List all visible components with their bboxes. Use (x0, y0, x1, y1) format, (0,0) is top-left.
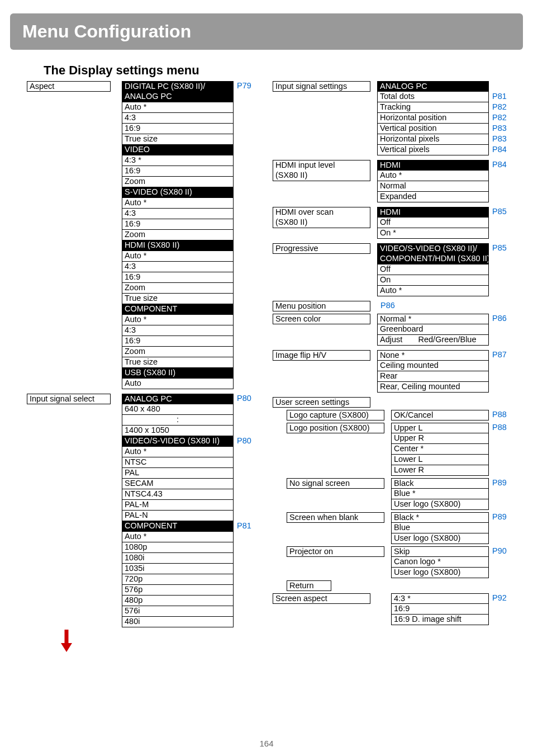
menu-position-page: P86 (377, 301, 395, 311)
aspect-item: True size (122, 134, 234, 145)
progressive-header2: COMPONENT/HDMI (SX80 II) (377, 254, 489, 264)
aspect-item: Auto * (122, 251, 234, 262)
aspect-item: 16:9 (122, 336, 234, 347)
hdmi-os-item: On * (377, 228, 489, 239)
logo-position-item: Lower R (391, 465, 489, 476)
iss-item: PAL (122, 468, 234, 479)
hdmi-input-level-label: HDMI input level (273, 160, 370, 171)
iss-item: 576i (122, 606, 234, 617)
hdmi-il-item: Auto * (377, 171, 489, 181)
progressive-page: P85 (489, 243, 511, 254)
aspect-item: 16:9 (122, 272, 234, 283)
logo-position-item: Center * (391, 444, 489, 455)
page-number: 164 (0, 739, 533, 748)
screen-aspect-item: 16:9 D. image shift (391, 615, 489, 625)
logo-capture-label: Logo capture (SX800) (287, 410, 384, 420)
aspect-item: Auto * (122, 198, 234, 209)
aspect-page: P79 (234, 81, 256, 92)
aspect-group1-header: VIDEO (122, 145, 234, 155)
aspect-item: Zoom (122, 347, 234, 357)
aspect-item: Zoom (122, 283, 234, 294)
when-blank-label: Screen when blank (287, 512, 384, 523)
iss-page2: P81 (234, 521, 256, 532)
iss-apc-item: Horizontal pixels (377, 134, 489, 145)
aspect-item: True size (122, 357, 234, 368)
iss-page1: P80 (234, 436, 256, 447)
when-blank-item: User logo (SX800) (391, 533, 489, 544)
iss-item: : (122, 415, 234, 426)
hdmi-il-item: Expanded (377, 192, 489, 202)
aspect-item: Auto * (122, 315, 234, 325)
aspect-group0-header: DIGITAL PC (SX80 II)/ (122, 81, 234, 92)
iss-apc-page: P84 (489, 145, 511, 155)
hdmi-os-page: P85 (489, 207, 511, 218)
image-flip-item: None * (377, 350, 489, 361)
image-flip-item: Rear (377, 371, 489, 382)
screen-color-adjust-label: Adjust (380, 335, 402, 344)
aspect-group2-header: S-VIDEO (SX80 II) (122, 187, 234, 198)
iss-item: Auto * (122, 447, 234, 457)
logo-capture-value: OK/Cancel (391, 410, 489, 420)
iss-item: SECAM (122, 479, 234, 489)
iss-group1-header: VIDEO/S-VIDEO (SX80 II) (122, 436, 234, 447)
aspect-item: Zoom (122, 177, 234, 187)
hdmi-os-item: Off (377, 218, 489, 228)
svg-marker-1 (61, 643, 72, 652)
when-blank-item: Blue (391, 523, 489, 533)
projector-on-item: Canon logo * (391, 557, 489, 568)
progressive-header: VIDEO/S-VIDEO (SX80 II)/ (377, 243, 489, 254)
return-label: Return (287, 580, 331, 591)
hdmi-input-level-sublabel: (SX80 II) (273, 171, 370, 181)
progressive-item: Off (377, 264, 489, 275)
iss-apc-item: Horizontal position (377, 113, 489, 124)
menu-position-label: Menu position (273, 301, 370, 311)
iss-item: 1080i (122, 553, 234, 564)
screen-color-label: Screen color (273, 314, 370, 324)
aspect-group3-header: HDMI (SX80 II) (122, 240, 234, 251)
iss-group2-header: COMPONENT (122, 521, 234, 532)
aspect-label: Aspect (27, 81, 111, 92)
when-blank-page: P89 (489, 512, 511, 523)
iss-apc-page: P81 (489, 92, 511, 102)
logo-capture-page: P88 (489, 410, 511, 420)
page-header: Menu Configuration (10, 13, 523, 50)
hdmi-il-header: HDMI (377, 160, 489, 171)
aspect-item: 4:3 (122, 113, 234, 124)
screen-color-item: Greenboard (377, 324, 489, 335)
iss-item: 1035i (122, 564, 234, 574)
no-signal-page: P89 (489, 478, 511, 489)
hdmi-il-page: P84 (489, 160, 511, 171)
image-flip-page: P87 (489, 350, 511, 361)
aspect-item: 4:3 * (122, 155, 234, 166)
no-signal-item: Black (391, 478, 489, 489)
aspect-item: Auto (122, 379, 234, 389)
screen-color-adjust-value: Red/Green/Blue (418, 335, 477, 344)
iss-item: 1080p (122, 542, 234, 553)
logo-position-label: Logo position (SX800) (287, 423, 384, 433)
hdmi-il-item: Normal (377, 181, 489, 192)
iss-apc-page: P83 (489, 124, 511, 134)
aspect-item: 4:3 (122, 209, 234, 219)
aspect-item: Zoom (122, 230, 234, 240)
no-signal-item: Blue * (391, 489, 489, 499)
logo-position-item: Lower L (391, 455, 489, 465)
logo-position-item: Upper R (391, 433, 489, 444)
iss-apc-item: Vertical position (377, 124, 489, 134)
projector-on-label: Projector on (287, 546, 384, 557)
image-flip-item: Rear, Ceiling mounted (377, 382, 489, 393)
when-blank-item: Black * (391, 512, 489, 523)
screen-aspect-item: 4:3 * (391, 593, 489, 604)
iss-apc-page: P83 (489, 134, 511, 145)
iss-item: PAL-M (122, 500, 234, 511)
hdmi-over-scan-sublabel: (SX80 II) (273, 218, 370, 228)
iss-apc-page: P82 (489, 102, 511, 113)
screen-color-item: Normal * (377, 314, 489, 324)
image-flip-item: Ceiling mounted (377, 361, 489, 371)
screen-color-adjust: Adjust Red/Green/Blue (377, 335, 489, 346)
projector-on-item: Skip (391, 546, 489, 557)
aspect-item: 16:9 (122, 124, 234, 134)
screen-aspect-label: Screen aspect (273, 593, 370, 604)
aspect-group4-header: COMPONENT (122, 304, 234, 315)
iss-item: 480p (122, 596, 234, 606)
aspect-item: 4:3 (122, 262, 234, 272)
